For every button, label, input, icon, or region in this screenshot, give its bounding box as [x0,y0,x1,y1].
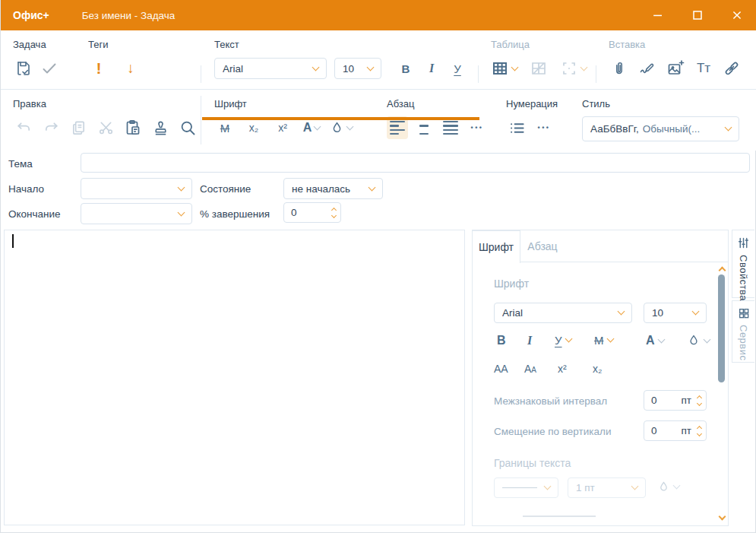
border-width-dropdown[interactable]: 1 пт [568,477,646,498]
italic-button[interactable]: I [421,57,442,80]
attach-file-button[interactable] [609,57,630,80]
insert-image-button[interactable] [665,57,686,80]
start-date-dropdown[interactable] [81,178,192,199]
ribbon-row-1: Задача Теги ! ↓ Те [1,30,756,90]
chevron-down-icon [580,63,588,71]
border-preview-partial [523,516,596,517]
align-center-icon [416,121,432,135]
style-value: Обычный(... [643,123,726,135]
tab-paragraph[interactable]: Абзац [520,230,565,262]
bold-button[interactable]: B [395,57,416,80]
font-size-dropdown[interactable]: 10 [334,58,381,79]
spinner-arrows[interactable] [697,396,701,405]
chevron-down-icon [631,483,639,490]
spacing-label: Межзнаковый интервал [494,395,607,407]
close-button[interactable] [717,0,756,30]
save-button[interactable] [13,57,34,80]
chevron-down-icon [673,482,681,490]
line-style-swatch [502,487,537,488]
group-font: Шрифт М x₂ x² A [214,90,353,151]
font-family-dropdown[interactable]: Arial [214,58,327,79]
panel-tab-bar: Шрифт Абзац [473,230,728,262]
chevron-down-icon [346,122,354,130]
underline-button[interactable]: У [447,57,468,80]
insert-text-frame-button[interactable]: Тт [693,57,714,80]
insert-table-button[interactable] [491,57,517,80]
grid-icon [738,307,750,319]
maximize-icon [690,8,705,23]
spinner-arrows[interactable] [332,208,336,217]
undo-button[interactable] [13,116,34,139]
low-priority-button[interactable]: ↓ [120,57,141,80]
editor-area[interactable] [4,230,465,525]
panel-font-color-button[interactable]: A [646,334,664,347]
completion-spinner[interactable]: 0 [283,202,341,223]
group-style: Стиль АаБбВвГг, Обычный(... [582,90,739,151]
numbering-more-button[interactable]: ••• [533,116,555,139]
panel-font-size-dropdown[interactable]: 10 [644,303,707,323]
redo-icon [43,119,60,137]
chevron-down-icon [511,63,519,71]
separator [201,96,201,144]
state-value: не началась [292,183,369,195]
state-dropdown[interactable]: не началась [283,178,383,199]
vertical-offset-spinner[interactable]: 0 пт [644,420,707,441]
cut-button[interactable] [95,116,116,139]
border-style-dropdown[interactable] [494,477,558,498]
format-stamp-button[interactable] [150,116,171,139]
delete-table-icon [530,59,548,78]
paste-button[interactable] [122,116,144,139]
tab-font[interactable]: Шрифт [472,230,520,263]
scroll-down-button[interactable] [717,513,726,522]
separator [478,65,479,83]
panel-italic-button[interactable]: I [527,334,532,347]
panel-font-family-dropdown[interactable]: Arial [494,303,632,323]
group-edit: Правка [13,90,198,151]
side-tab-properties[interactable]: Свойства [732,230,754,298]
insert-link-button[interactable] [721,57,742,80]
redo-button[interactable] [40,116,62,139]
importance-button[interactable]: ! [88,57,109,80]
delete-table-button[interactable] [528,57,549,80]
bullet-list-button[interactable] [506,116,527,139]
separator [201,65,201,83]
spinner-arrows[interactable] [697,427,701,436]
spin-down-icon [331,212,337,217]
app-window: Офис+ Без имени - Задача Задача [0,0,756,533]
scroll-up-button[interactable] [717,264,726,273]
style-sample: АаБбВвГг, [590,123,639,135]
search-button[interactable] [177,116,198,139]
side-tab-service[interactable]: Сервис [732,300,754,363]
chevron-down-icon [704,335,711,343]
ribbon-row-2: Правка [1,90,756,151]
signature-icon-button[interactable] [637,57,658,80]
align-justify-icon [443,121,458,135]
copy-button[interactable] [68,116,89,139]
group-task: Задача [13,30,60,89]
separator [596,65,596,83]
panel-superscript-button[interactable]: x² [558,363,567,375]
accept-button[interactable] [39,57,60,80]
panel-underline-button[interactable]: У [555,334,571,347]
font-section-heading: Шрифт [494,278,529,290]
maximize-button[interactable] [678,0,717,30]
style-dropdown[interactable]: АаБбВвГг, Обычный(... [582,116,739,141]
panel-caps-button[interactable]: АА [494,363,508,375]
spin-up-icon [331,207,337,212]
font-family-value: Arial [223,63,313,75]
panel-bold-button[interactable]: B [497,334,506,347]
spacing-spinner[interactable]: 0 пт [644,390,707,411]
minimize-button[interactable] [638,0,678,30]
panel-subscript-button[interactable]: x₂ [593,363,602,375]
table-selection-button[interactable] [560,57,587,80]
offset-value: 0 [651,425,682,436]
undo-icon [15,119,33,137]
panel-highlight-button[interactable] [687,334,710,347]
group-tags: Теги ! ↓ [88,30,141,89]
border-color-button[interactable] [657,481,679,493]
end-date-dropdown[interactable] [81,203,192,224]
subject-input[interactable] [81,153,750,173]
panel-smallcaps-button[interactable]: АА [524,363,536,375]
scrollbar-thumb[interactable] [718,274,725,382]
panel-strikethrough-button[interactable]: М [594,334,613,347]
